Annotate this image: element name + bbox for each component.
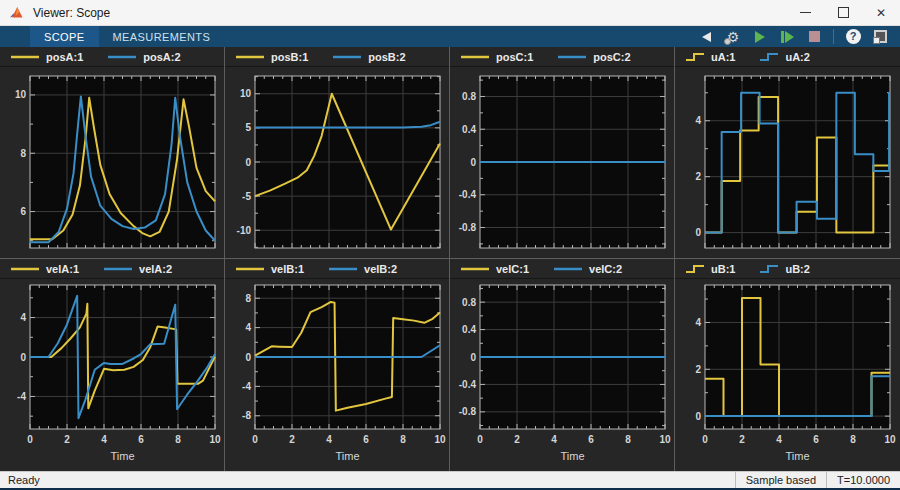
- legend-item-velA-1[interactable]: velA:1: [10, 263, 79, 275]
- svg-text:0.8: 0.8: [462, 91, 476, 102]
- scope-panel-velC: velC:1velC:2-0.8-0.400.40.80246810Time: [450, 259, 675, 471]
- status-sample-mode: Sample based: [735, 472, 826, 488]
- titlebar: Viewer: Scope ✕: [0, 0, 900, 26]
- plot-posB[interactable]: -10-50510: [225, 67, 449, 259]
- svg-text:2: 2: [514, 434, 520, 445]
- legend-item-uA-1[interactable]: uA:1: [685, 51, 735, 63]
- legend-posA: posA:1posA:2: [0, 47, 224, 67]
- plot-posA[interactable]: 6810: [0, 67, 224, 259]
- line-swatch-icon: [10, 263, 40, 275]
- svg-text:0: 0: [470, 352, 476, 363]
- svg-text:2: 2: [695, 171, 701, 182]
- legend-label: uB:2: [785, 263, 809, 275]
- legend-item-velA-2[interactable]: velA:2: [103, 263, 172, 275]
- svg-text:4: 4: [245, 322, 251, 333]
- legend-item-posC-2[interactable]: posC:2: [557, 51, 630, 63]
- legend-item-uB-1[interactable]: uB:1: [685, 263, 735, 275]
- plot-velC[interactable]: -0.8-0.400.40.80246810Time: [450, 279, 674, 471]
- legend-uA: uA:1uA:2: [675, 47, 900, 67]
- run-button[interactable]: [750, 28, 770, 46]
- legend-label: velC:2: [589, 263, 622, 275]
- svg-text:8: 8: [245, 293, 251, 304]
- plot-uB[interactable]: 0240246810Time: [675, 279, 899, 471]
- svg-text:8: 8: [175, 434, 181, 445]
- stair-swatch-icon: [685, 263, 705, 275]
- svg-text:0.4: 0.4: [462, 324, 476, 335]
- plot-posC[interactable]: -0.8-0.400.40.8: [450, 67, 674, 259]
- legend-item-velB-2[interactable]: velB:2: [328, 263, 397, 275]
- legend-label: uA:2: [785, 51, 809, 63]
- svg-text:0: 0: [245, 352, 251, 363]
- step-forward-button[interactable]: [777, 28, 797, 46]
- svg-text:6: 6: [363, 434, 369, 445]
- svg-text:-4: -4: [17, 391, 26, 402]
- legend-item-posA-1[interactable]: posA:1: [10, 51, 83, 63]
- tab-measurements[interactable]: MEASUREMENTS: [99, 26, 225, 47]
- plot-velA[interactable]: -4040246810Time: [0, 279, 224, 471]
- legend-label: posC:2: [593, 51, 630, 63]
- svg-text:8: 8: [850, 434, 856, 445]
- line-swatch-icon: [553, 263, 583, 275]
- close-button[interactable]: ✕: [862, 0, 900, 25]
- window-controls: ✕: [786, 0, 900, 25]
- svg-text:10: 10: [240, 88, 252, 99]
- legend-label: posC:1: [496, 51, 533, 63]
- svg-text:10: 10: [209, 434, 221, 445]
- svg-text:0: 0: [27, 434, 33, 445]
- svg-text:2: 2: [695, 364, 701, 375]
- svg-text:10: 10: [434, 434, 446, 445]
- legend-item-velB-1[interactable]: velB:1: [235, 263, 304, 275]
- legend-item-posB-2[interactable]: posB:2: [332, 51, 405, 63]
- svg-text:2: 2: [739, 434, 745, 445]
- svg-text:4: 4: [695, 317, 701, 328]
- svg-text:0: 0: [252, 434, 258, 445]
- legend-label: uB:1: [711, 263, 735, 275]
- svg-text:8: 8: [625, 434, 631, 445]
- simulation-settings-button[interactable]: ⚙: [723, 28, 743, 46]
- scope-panel-posC: posC:1posC:2-0.8-0.400.40.8: [450, 47, 675, 259]
- step-back-button[interactable]: [696, 28, 716, 46]
- maximize-icon: [838, 7, 849, 18]
- svg-text:5: 5: [245, 122, 251, 133]
- line-swatch-icon: [235, 263, 265, 275]
- minimize-button[interactable]: [786, 0, 824, 25]
- svg-text:10: 10: [15, 89, 27, 100]
- legend-item-uA-2[interactable]: uA:2: [759, 51, 809, 63]
- svg-text:2: 2: [64, 434, 70, 445]
- legend-velC: velC:1velC:2: [450, 259, 674, 279]
- svg-text:4: 4: [326, 434, 332, 445]
- svg-text:Time: Time: [560, 450, 584, 462]
- svg-text:-4: -4: [242, 381, 251, 392]
- legend-label: velA:2: [139, 263, 172, 275]
- svg-text:0: 0: [695, 227, 701, 238]
- legend-label: velB:1: [271, 263, 304, 275]
- svg-text:4: 4: [695, 115, 701, 126]
- legend-item-velC-1[interactable]: velC:1: [460, 263, 529, 275]
- step-back-icon: [702, 32, 711, 42]
- stop-button[interactable]: [804, 28, 824, 46]
- legend-posB: posB:1posB:2: [225, 47, 449, 67]
- legend-item-posC-1[interactable]: posC:1: [460, 51, 533, 63]
- svg-text:6: 6: [588, 434, 594, 445]
- legend-item-uB-2[interactable]: uB:2: [759, 263, 809, 275]
- legend-item-posA-2[interactable]: posA:2: [107, 51, 180, 63]
- svg-text:0.8: 0.8: [462, 297, 476, 308]
- legend-item-posB-1[interactable]: posB:1: [235, 51, 308, 63]
- legend-item-velC-2[interactable]: velC:2: [553, 263, 622, 275]
- line-swatch-icon: [557, 51, 587, 63]
- scope-display-grid: posA:1posA:26810posB:1posB:2-10-50510pos…: [0, 47, 900, 471]
- highlight-block-button[interactable]: [870, 28, 890, 46]
- highlight-block-icon: [874, 30, 887, 43]
- help-button[interactable]: ?: [843, 28, 863, 46]
- svg-text:0: 0: [245, 157, 251, 168]
- step-forward-icon: [781, 31, 794, 43]
- tab-scope[interactable]: SCOPE: [30, 26, 99, 47]
- svg-text:-0.8: -0.8: [459, 406, 477, 417]
- plot-velB[interactable]: -8-40480246810Time: [225, 279, 449, 471]
- maximize-button[interactable]: [824, 0, 862, 25]
- svg-text:6: 6: [20, 206, 26, 217]
- line-swatch-icon: [235, 51, 265, 63]
- legend-velB: velB:1velB:2: [225, 259, 449, 279]
- svg-text:0: 0: [20, 352, 26, 363]
- plot-uA[interactable]: 024: [675, 67, 899, 259]
